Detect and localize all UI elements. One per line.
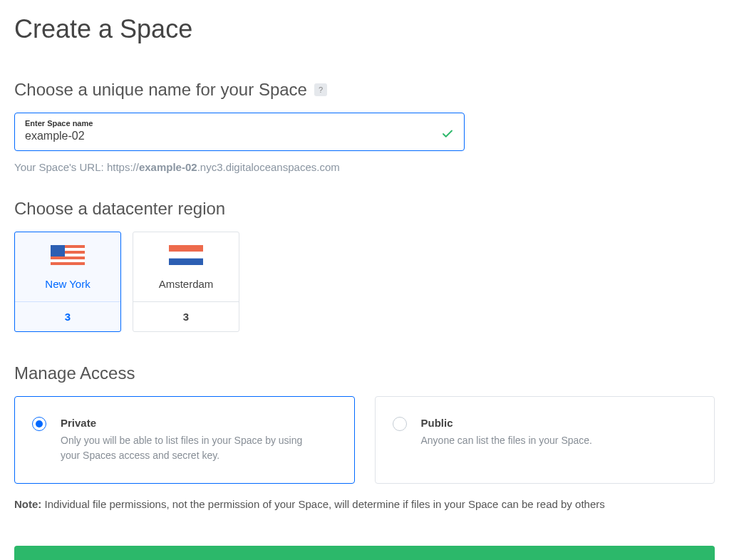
- space-url-preview: Your Space's URL: https://example-02.nyc…: [14, 161, 715, 173]
- region-code: 3: [15, 301, 120, 331]
- access-option-private[interactable]: Private Only you will be able to list fi…: [14, 396, 355, 484]
- url-suffix: .nyc3.digitaloceanspaces.com: [197, 161, 340, 173]
- access-label: Public: [421, 417, 592, 429]
- page-title: Create a Space: [14, 14, 715, 44]
- region-name: Amsterdam: [159, 278, 214, 290]
- access-description: Anyone can list the files in your Space.: [421, 433, 592, 448]
- svg-rect-4: [51, 262, 85, 265]
- flag-nl-icon: [169, 245, 203, 265]
- region-name: New York: [45, 278, 90, 290]
- space-name-input[interactable]: [25, 128, 441, 142]
- checkmark-icon: [441, 128, 454, 143]
- access-option-public[interactable]: Public Anyone can list the files in your…: [375, 396, 715, 484]
- svg-rect-5: [51, 245, 65, 256]
- region-row: New York 3 Amsterdam 3: [14, 232, 715, 332]
- help-icon[interactable]: ?: [314, 83, 327, 96]
- name-section-title-text: Choose a unique name for your Space: [14, 80, 307, 100]
- region-card-new-york[interactable]: New York 3: [14, 232, 121, 332]
- note-label: Note:: [14, 498, 41, 510]
- svg-rect-7: [169, 252, 203, 258]
- note-body: Individual file permissions, not the per…: [45, 498, 605, 510]
- region-card-amsterdam[interactable]: Amsterdam 3: [133, 232, 239, 332]
- svg-rect-3: [51, 256, 85, 259]
- space-name-input-label: Enter Space name: [25, 119, 454, 128]
- region-code: 3: [133, 301, 239, 331]
- access-section-title: Manage Access: [14, 363, 715, 383]
- space-name-input-wrapper[interactable]: Enter Space name: [14, 113, 465, 151]
- url-prefix: Your Space's URL: https://: [14, 161, 139, 173]
- access-note: Note: Individual file permissions, not t…: [14, 498, 715, 510]
- access-description: Only you will be able to list files in y…: [61, 433, 303, 463]
- radio-public[interactable]: [393, 417, 407, 431]
- svg-rect-6: [169, 245, 203, 252]
- name-section: Choose a unique name for your Space ? En…: [14, 80, 715, 332]
- region-section-title: Choose a datacenter region: [14, 199, 715, 219]
- url-host: example-02: [139, 161, 197, 173]
- svg-rect-8: [169, 259, 203, 265]
- access-label: Private: [61, 417, 303, 429]
- create-space-button[interactable]: Create a Space: [14, 546, 715, 560]
- access-options: Private Only you will be able to list fi…: [14, 396, 715, 484]
- name-section-title: Choose a unique name for your Space ?: [14, 80, 715, 100]
- radio-private[interactable]: [32, 417, 46, 431]
- flag-us-icon: [51, 245, 85, 265]
